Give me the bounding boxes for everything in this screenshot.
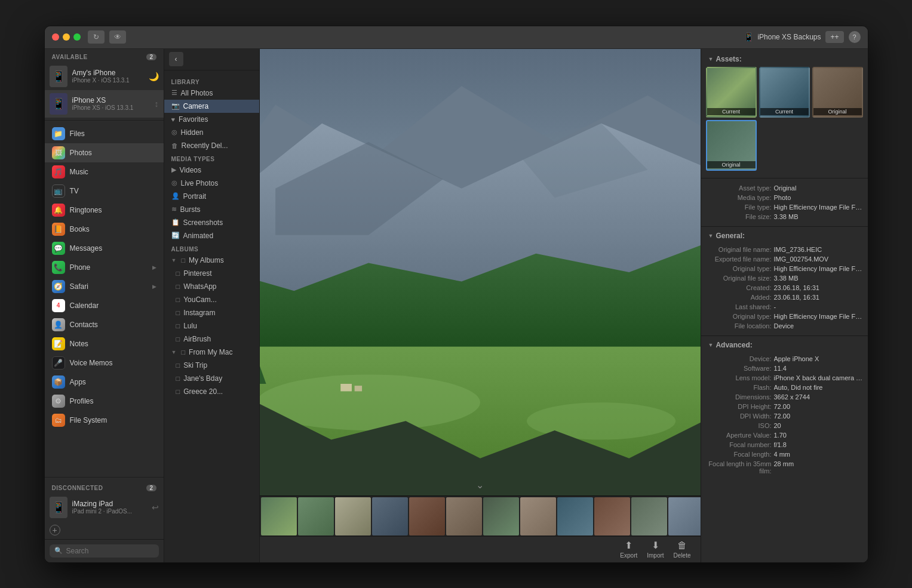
sidebar-item-phone[interactable]: 📞 Phone ▶ xyxy=(45,258,164,277)
photo-main-view[interactable]: ⌄ xyxy=(260,49,701,495)
strip-thumb-3[interactable] xyxy=(335,497,371,535)
minimize-button[interactable] xyxy=(63,33,70,41)
dimensions-value: 3662 x 2744 xyxy=(774,393,863,401)
tree-item-whatsapp[interactable]: □ WhatsApp xyxy=(164,280,259,293)
asset-thumb-3[interactable]: Original xyxy=(812,67,863,118)
refresh-button[interactable]: ↻ xyxy=(88,30,105,44)
device-item-imazing-ipad[interactable]: 📱 iMazing iPad iPad mini 2 · iPadOS... ↩ xyxy=(45,494,164,521)
sidebar-item-messages[interactable]: 💬 Messages xyxy=(45,239,164,258)
apps-label: Apps xyxy=(70,378,86,386)
asset-thumb-1[interactable]: Current xyxy=(706,67,757,118)
asset-thumb-4-selected[interactable]: Original xyxy=(706,120,757,171)
recently-deleted-label: Recently Del... xyxy=(182,141,228,150)
tree-item-youcam[interactable]: □ YouCam... xyxy=(164,293,259,306)
strip-thumb-6[interactable] xyxy=(446,497,482,535)
strip-thumb-12[interactable] xyxy=(668,497,701,535)
sidebar-item-books[interactable]: 📙 Books xyxy=(45,220,164,239)
strip-thumb-1[interactable] xyxy=(261,497,297,535)
tree-item-recently-deleted[interactable]: 🗑 Recently Del... xyxy=(164,139,259,152)
focal-number-key: Focal number: xyxy=(706,441,772,448)
strip-thumb-10[interactable] xyxy=(594,497,630,535)
tree-item-pinterest[interactable]: □ Pinterest xyxy=(164,267,259,280)
back-button[interactable]: ‹ xyxy=(169,52,183,66)
search-box[interactable]: 🔍 xyxy=(50,544,159,558)
sidebar-item-music[interactable]: 🎵 Music xyxy=(45,162,164,181)
sidebar-item-file-system[interactable]: 🗂 File System xyxy=(45,411,164,430)
strip-thumb-11[interactable] xyxy=(631,497,667,535)
sidebar-item-photos[interactable]: 🖼 Photos xyxy=(45,143,164,162)
sidebar-item-files[interactable]: 📁 Files xyxy=(45,124,164,143)
tree-item-animated[interactable]: 🔄 Animated xyxy=(164,229,259,242)
delete-button[interactable]: 🗑 Delete xyxy=(674,540,691,559)
tree-item-bursts[interactable]: ≋ Bursts xyxy=(164,203,259,216)
middle-header: ‹ xyxy=(164,49,259,70)
tree-item-airbrush[interactable]: □ AirBrush xyxy=(164,333,259,346)
original-type-key: Original type: xyxy=(706,265,772,272)
sidebar-item-calendar[interactable]: 4 Calendar xyxy=(45,296,164,315)
assets-grid: Current Current Original Original xyxy=(701,67,868,176)
plus-plus-button[interactable]: ++ xyxy=(825,31,843,43)
file-type-key: File type: xyxy=(706,204,772,211)
strip-thumb-7[interactable] xyxy=(483,497,519,535)
recently-deleted-icon: 🗑 xyxy=(171,142,178,149)
device-item-amys-iphone[interactable]: 📱 Amy's iPhone iPhone X · iOS 13.3.1 🌙 xyxy=(45,63,164,90)
tree-item-live-photos[interactable]: ◎ Live Photos xyxy=(164,177,259,190)
file-location-row: File location: Device xyxy=(701,321,868,331)
sidebar-item-tv[interactable]: 📺 TV xyxy=(45,181,164,201)
tree-item-screenshots[interactable]: 📋 Screenshots xyxy=(164,216,259,229)
tree-item-camera[interactable]: 📷 Camera xyxy=(164,100,259,113)
original-type2-key: Original type: xyxy=(706,313,772,320)
tree-item-greece[interactable]: □ Greece 20... xyxy=(164,385,259,398)
tree-item-hidden[interactable]: ◎ Hidden xyxy=(164,126,259,139)
sidebar-item-apps[interactable]: 📦 Apps xyxy=(45,372,164,392)
tree-item-instagram[interactable]: □ Instagram xyxy=(164,306,259,319)
sidebar-item-notes[interactable]: 📝 Notes xyxy=(45,334,164,353)
help-button[interactable]: ? xyxy=(849,31,861,43)
import-label: Import xyxy=(647,552,664,559)
tree-item-lulu[interactable]: □ Lulu xyxy=(164,319,259,333)
tree-item-ski-trip[interactable]: □ Ski Trip xyxy=(164,359,259,372)
sidebar-item-contacts[interactable]: 👤 Contacts xyxy=(45,315,164,334)
dpi-height-row: DPI Height: 72.00 xyxy=(701,402,868,411)
device-item-iphonexs[interactable]: 📱 iPhone XS iPhone XS · iOS 13.3.1 ↕ xyxy=(45,90,164,118)
strip-thumb-5[interactable] xyxy=(409,497,445,535)
strip-thumb-8[interactable] xyxy=(520,497,556,535)
asset-thumb-2[interactable]: Current xyxy=(759,67,810,118)
tree-item-janes-bday[interactable]: □ Jane's Bday xyxy=(164,372,259,385)
tree-item-favorites[interactable]: ♥ Favorites xyxy=(164,113,259,126)
tree-item-portrait[interactable]: 👤 Portrait xyxy=(164,190,259,203)
tree-item-from-my-mac[interactable]: ▼ □ From My Mac xyxy=(164,346,259,359)
contacts-label: Contacts xyxy=(70,321,98,329)
export-button[interactable]: ⬆ Export xyxy=(620,540,637,559)
maximize-button[interactable] xyxy=(73,33,81,41)
main-photo-area: ⌄ xyxy=(260,49,701,562)
strip-thumb-9[interactable] xyxy=(557,497,593,535)
created-row: Created: 23.06.18, 16:31 xyxy=(701,283,868,293)
search-input[interactable] xyxy=(66,547,154,555)
strip-thumb-4[interactable] xyxy=(372,497,408,535)
add-device-button[interactable]: + xyxy=(50,525,60,535)
sidebar-item-safari[interactable]: 🧭 Safari ▶ xyxy=(45,277,164,296)
import-button[interactable]: ⬇ Import xyxy=(647,540,664,559)
close-button[interactable] xyxy=(52,33,59,41)
tree-item-all-photos[interactable]: ☰ All Photos xyxy=(164,87,259,100)
asset-label-1: Current xyxy=(707,108,756,115)
export-label: Export xyxy=(620,552,637,559)
youcam-label: YouCam... xyxy=(183,295,217,304)
original-type2-value: High Efficiency Image File Fo... xyxy=(774,313,863,320)
device-name-amys: Amy's iPhone xyxy=(72,69,144,77)
eye-button[interactable]: 👁 xyxy=(109,30,126,44)
pinterest-label: Pinterest xyxy=(183,269,211,278)
tree-item-my-albums[interactable]: ▼ □ My Albums xyxy=(164,254,259,267)
device-key: Device: xyxy=(706,355,772,362)
sidebar-item-voice-memos[interactable]: 🎤 Voice Memos xyxy=(45,353,164,372)
strip-thumb-2[interactable] xyxy=(298,497,334,535)
last-shared-value: - xyxy=(774,303,863,310)
sidebar-item-profiles[interactable]: ⚙ Profiles xyxy=(45,392,164,411)
sidebar-item-ringtones[interactable]: 🔔 Ringtones xyxy=(45,201,164,220)
my-albums-chevron: ▼ xyxy=(171,257,177,263)
animated-icon: 🔄 xyxy=(171,232,180,239)
chevron-down-icon[interactable]: ⌄ xyxy=(476,479,484,491)
tree-item-videos[interactable]: ▶ Videos xyxy=(164,164,259,177)
disconnected-section-label: DISCONNECTED 2 xyxy=(45,480,164,494)
